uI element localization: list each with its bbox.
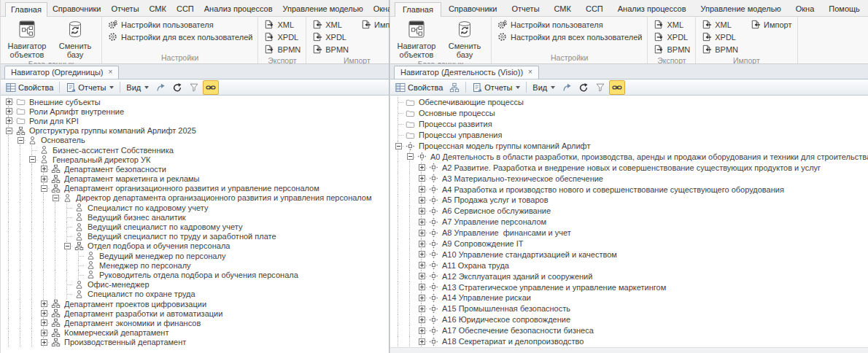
tree-expander[interactable] — [419, 338, 425, 345]
ribbon-tab[interactable]: Отчеты — [106, 1, 144, 16]
tree-item[interactable]: Специалист по охране труда — [3, 290, 389, 299]
tree-item[interactable]: А13 Стратегическое управление и управлен… — [392, 282, 868, 292]
tree-item[interactable]: Специалист по кадровому учету — [3, 203, 389, 212]
tree-expander[interactable] — [419, 295, 425, 301]
tree-expander[interactable] — [6, 117, 12, 124]
ribbon-button[interactable]: BPMN — [651, 43, 691, 55]
ribbon-button[interactable]: XML — [262, 18, 302, 31]
tree-item[interactable]: А17 Обеспечение безопасности бизнеса — [392, 325, 868, 336]
document-tab-activity[interactable]: Навигатор (Деятельность (Visio)) × — [394, 66, 539, 79]
close-icon[interactable]: × — [109, 69, 113, 76]
tree-expander[interactable] — [419, 186, 425, 193]
tree-item[interactable]: Офис-менеджер — [3, 280, 389, 290]
tree-item[interactable]: А16 Юридическое сопровождение — [392, 314, 868, 325]
refresh-button[interactable] — [576, 81, 592, 94]
tree-item[interactable]: Роли Арлифт внутренние — [3, 106, 389, 116]
tree-expander[interactable] — [419, 251, 425, 257]
tree-expander[interactable] — [419, 219, 425, 225]
tree-item[interactable]: А7 Управление персоналом — [392, 217, 868, 228]
ribbon-big-button[interactable]: Навигатор объектов — [394, 18, 439, 59]
close-icon[interactable]: × — [528, 69, 532, 76]
tree-item[interactable]: Производственный департамент — [3, 338, 389, 347]
tree-expander[interactable] — [419, 175, 425, 182]
goto-button[interactable] — [559, 81, 575, 94]
ribbon-button[interactable]: XML — [700, 18, 740, 31]
tree-item[interactable]: А18 Секретариат и делопроизводство — [392, 336, 868, 347]
tree-item[interactable]: Роли для KPI — [3, 116, 389, 125]
tree-item[interactable]: А3 Материально-техническое обеспечение — [392, 173, 868, 184]
tree-item[interactable]: Основные процессы — [392, 108, 868, 119]
tree-expander[interactable] — [419, 306, 425, 312]
tree-expander[interactable] — [419, 273, 425, 279]
ribbon-tab[interactable]: Управление моделью — [694, 1, 788, 16]
tree-expander[interactable] — [419, 284, 425, 290]
ribbon-button[interactable]: Настройки для всех пользователей — [495, 31, 643, 43]
ribbon-tab[interactable]: Главная — [5, 2, 47, 17]
properties-button[interactable]: Свойства — [392, 81, 446, 94]
tree-expander[interactable] — [6, 98, 12, 105]
tree-item[interactable]: Процессы управления — [392, 130, 868, 141]
tree-item[interactable]: Процессная модель группы компаний Арлифт — [392, 141, 868, 152]
tree-item[interactable]: Департамент маркетинга и рекламы — [3, 174, 389, 184]
import-button[interactable]: Импорт — [748, 18, 793, 31]
document-tab-orgunits[interactable]: Навигатор (Оргединицы) × — [4, 66, 119, 79]
ribbon-button[interactable]: XML — [651, 18, 691, 31]
ribbon-tab[interactable]: Отчеты — [505, 1, 547, 16]
horizontal-scrollbar[interactable] — [390, 347, 868, 353]
tree-expander[interactable] — [419, 164, 425, 171]
refresh-button[interactable] — [169, 81, 185, 94]
tree-item[interactable]: А9 Сопровождение IT — [392, 238, 868, 249]
autolink-toggle[interactable] — [609, 80, 625, 95]
hierarchy-view-button[interactable] — [446, 81, 462, 94]
ribbon-tab[interactable]: Главная — [395, 2, 441, 17]
tree-expander[interactable] — [419, 230, 425, 236]
ribbon-big-button[interactable]: Навигатор объектов — [4, 18, 50, 59]
autolink-toggle[interactable] — [203, 80, 219, 95]
tree-item[interactable]: Департамент организационного развития и … — [3, 184, 389, 193]
tree-item[interactable]: А2 Развитие. Разработка и внедрение новы… — [392, 162, 868, 173]
tree-item[interactable]: Генеральный директор УК — [3, 155, 389, 164]
tree-item[interactable]: А10 Управление стандартизацией и качеств… — [392, 249, 868, 260]
tree-expander[interactable] — [64, 243, 71, 249]
tree-expander[interactable] — [407, 153, 414, 160]
tree-expander[interactable] — [41, 176, 47, 182]
tree-expander[interactable] — [419, 317, 425, 323]
ribbon-button[interactable]: Настройки пользователя — [106, 18, 254, 31]
tree-expander[interactable] — [6, 128, 12, 134]
tree-item[interactable]: Ведущий менеджер по персоналу — [3, 251, 389, 260]
tree-item[interactable]: Бизнес-ассистент Собственника — [3, 145, 389, 155]
tree-expander[interactable] — [419, 208, 425, 214]
tree-expander[interactable] — [41, 185, 47, 192]
tree-expander[interactable] — [41, 300, 47, 307]
tree-expander[interactable] — [419, 197, 425, 203]
tree-item[interactable]: Ведущий специалист по труду и заработной… — [3, 232, 389, 241]
tree-item[interactable]: А11 Охрана труда — [392, 260, 868, 271]
tree-item[interactable]: Обеспечивающие процессы — [392, 97, 868, 108]
tree-item[interactable]: А12 Эксплуатация зданий и сооружений — [392, 271, 868, 282]
tree-item[interactable]: Ведущий специалист по кадровому учету — [3, 222, 389, 231]
tree-item[interactable]: А4 Разработка и производство нового и со… — [392, 184, 868, 195]
tree-expander[interactable] — [41, 339, 47, 346]
tree-expander[interactable] — [419, 262, 425, 268]
ribbon-tab[interactable]: ССП — [578, 1, 611, 16]
view-button[interactable]: Вид — [123, 82, 152, 93]
tree-item[interactable]: Департамент проектов цифровизации — [3, 299, 389, 309]
tree-expander[interactable] — [41, 166, 47, 172]
tree-item[interactable]: Директор департамента организационного р… — [3, 193, 389, 203]
tree-item[interactable]: Отдел подбора и обучения персонала — [3, 241, 389, 251]
tree-item[interactable]: Основатель — [3, 136, 389, 145]
ribbon-button[interactable]: BPMN — [700, 43, 740, 55]
ribbon-big-button[interactable]: Сменить базу — [53, 18, 98, 59]
filter-button[interactable] — [592, 81, 608, 94]
tree-item[interactable]: Департамент безопасности — [3, 164, 389, 174]
tree-expander[interactable] — [53, 195, 59, 201]
properties-button[interactable]: Свойства — [3, 81, 56, 94]
tree-item[interactable]: Коммерческий департамент — [3, 328, 389, 338]
tree-expander[interactable] — [41, 330, 47, 336]
tree-item[interactable]: А0 Деятельность в области разработки, пр… — [392, 151, 868, 162]
view-button[interactable]: Вид — [530, 82, 558, 93]
ribbon-tab[interactable]: ССП — [171, 1, 199, 16]
tree-item[interactable]: А15 Промышленная безопасность — [392, 303, 868, 314]
tree-expander[interactable] — [395, 143, 402, 150]
ribbon-button[interactable]: XPDL — [262, 31, 302, 43]
